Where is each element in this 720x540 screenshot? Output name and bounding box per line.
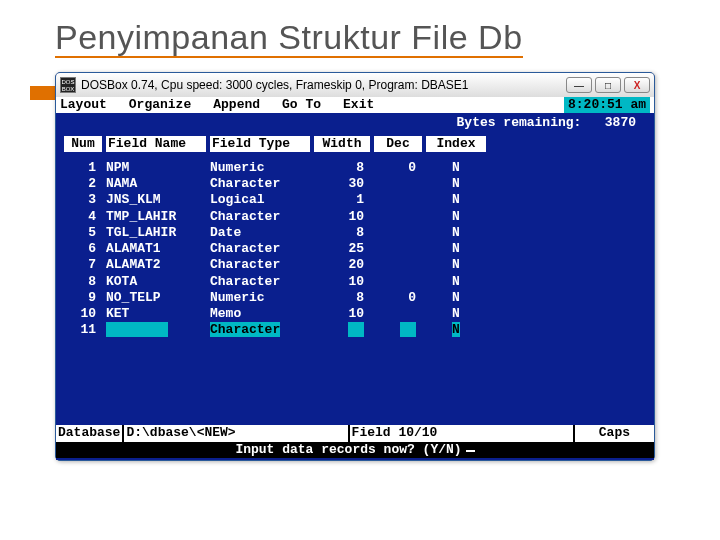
row-9-name: KET [106,306,206,322]
menu-goto[interactable]: Go To [282,97,321,113]
col-field-name: Field Name [106,136,206,152]
row-0-width: 8 [314,160,370,176]
row-9-dec [374,306,422,322]
status-bar: Database D:\dbase\<NEW> Field 10/10 Caps [56,425,654,441]
row-8-dec: 0 [374,290,422,306]
row-6-dec [374,257,422,273]
dosbox-icon: DOS BOX [60,77,76,93]
row-3-dec [374,209,422,225]
row-4-width: 8 [314,225,370,241]
row-4-dec [374,225,422,241]
row-8-name: NO_TELP [106,290,206,306]
row-1-num: 2 [64,176,102,192]
edit-row-index[interactable]: N [426,322,486,338]
row-0-num: 1 [64,160,102,176]
row-0-dec: 0 [374,160,422,176]
row-2-num: 3 [64,192,102,208]
cursor-icon [466,450,475,452]
page-title: Penyimpanan Struktur File Db [0,0,720,65]
edit-row-num: 11 [64,322,102,338]
row-1-width: 30 [314,176,370,192]
row-8-index: N [426,290,486,306]
row-7-num: 8 [64,274,102,290]
row-7-width: 10 [314,274,370,290]
status-caps: Caps [575,425,654,441]
menu-exit[interactable]: Exit [343,97,374,113]
row-3-index: N [426,209,486,225]
row-7-index: N [426,274,486,290]
row-6-index: N [426,257,486,273]
row-4-index: N [426,225,486,241]
edit-row-dec[interactable] [374,322,422,338]
row-9-width: 10 [314,306,370,322]
row-5-name: ALAMAT1 [106,241,206,257]
row-6-name: ALAMAT2 [106,257,206,273]
row-2-type: Logical [210,192,310,208]
row-8-width: 8 [314,290,370,306]
row-3-num: 4 [64,209,102,225]
row-8-num: 9 [64,290,102,306]
close-button[interactable]: X [624,77,650,93]
col-index: Index [426,136,486,152]
clock: 8:20:51 am [564,97,650,113]
row-7-dec [374,274,422,290]
row-3-width: 10 [314,209,370,225]
status-database-label: Database [56,425,124,441]
row-0-name: NPM [106,160,206,176]
row-9-num: 10 [64,306,102,322]
row-9-type: Memo [210,306,310,322]
row-6-type: Character [210,257,310,273]
structure-table: Num Field Name Field Type Width Dec Inde… [64,136,646,339]
row-2-name: JNS_KLM [106,192,206,208]
row-5-type: Character [210,241,310,257]
row-7-type: Character [210,274,310,290]
row-2-dec [374,192,422,208]
row-8-type: Numeric [210,290,310,306]
row-1-dec [374,176,422,192]
row-0-type: Numeric [210,160,310,176]
bytes-remaining: Bytes remaining: 3870 [64,115,646,131]
row-4-type: Date [210,225,310,241]
window-title: DOSBox 0.74, Cpu speed: 3000 cycles, Fra… [81,78,566,92]
col-dec: Dec [374,136,422,152]
row-4-num: 5 [64,225,102,241]
row-9-index: N [426,306,486,322]
col-width: Width [314,136,370,152]
row-0-index: N [426,160,486,176]
row-5-index: N [426,241,486,257]
status-field: Field 10/10 [350,425,575,441]
row-1-index: N [426,176,486,192]
col-field-type: Field Type [210,136,310,152]
row-2-index: N [426,192,486,208]
menu-organize[interactable]: Organize [129,97,191,113]
row-3-type: Character [210,209,310,225]
row-5-dec [374,241,422,257]
menu-append[interactable]: Append [213,97,260,113]
maximize-button[interactable]: □ [595,77,621,93]
window-titlebar[interactable]: DOS BOX DOSBox 0.74, Cpu speed: 3000 cyc… [56,73,654,97]
edit-row-name[interactable] [106,322,206,338]
row-6-num: 7 [64,257,102,273]
status-path: D:\dbase\<NEW> [124,425,349,441]
row-4-name: TGL_LAHIR [106,225,206,241]
row-5-width: 25 [314,241,370,257]
col-num: Num [64,136,102,152]
row-6-width: 20 [314,257,370,273]
menu-layout[interactable]: Layout [60,97,107,113]
row-1-type: Character [210,176,310,192]
accent-bar [30,86,58,100]
edit-row-width[interactable] [314,322,370,338]
row-1-name: NAMA [106,176,206,192]
row-7-name: KOTA [106,274,206,290]
menu-bar: Layout Organize Append Go To Exit 8:20:5… [56,97,654,113]
dosbox-window: DOS BOX DOSBox 0.74, Cpu speed: 3000 cyc… [55,72,655,461]
prompt[interactable]: Input data records now? (Y/N) [56,442,654,458]
row-3-name: TMP_LAHIR [106,209,206,225]
minimize-button[interactable]: — [566,77,592,93]
edit-row-type[interactable]: Character [210,322,310,338]
row-5-num: 6 [64,241,102,257]
row-2-width: 1 [314,192,370,208]
